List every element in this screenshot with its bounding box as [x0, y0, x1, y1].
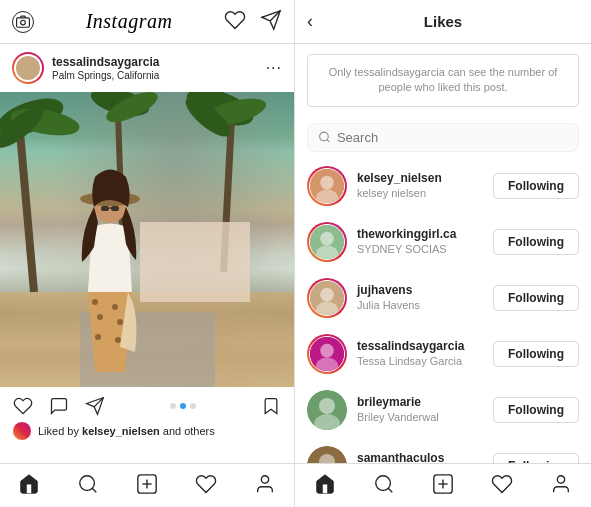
notifications-icon[interactable] — [224, 9, 246, 35]
svg-point-42 — [320, 176, 334, 190]
instagram-post-panel: Instagram tessalindsaygarcia Pal — [0, 0, 295, 507]
like-user-info: samanthaculos sam ✓ — [357, 451, 483, 463]
like-username[interactable]: jujhavens — [357, 283, 483, 299]
likes-list: kelsey_nielsen kelsey nielsen Following … — [295, 158, 591, 463]
nav-activity-button-right[interactable] — [491, 473, 513, 499]
like-avatar[interactable] — [307, 166, 347, 206]
liked-avatar-1 — [12, 421, 32, 441]
like-display-name: Briley Vanderwal — [357, 410, 483, 424]
like-display-name: Tessa Lindsay Garcia — [357, 354, 483, 368]
like-username[interactable]: theworkinggirl.ca — [357, 227, 483, 243]
svg-rect-0 — [17, 17, 30, 26]
post-username[interactable]: tessalindsaygarcia — [52, 55, 159, 69]
nav-home-button-right[interactable] — [314, 473, 336, 499]
liked-avatars — [12, 421, 32, 441]
back-button[interactable]: ‹ — [307, 11, 313, 32]
svg-point-54 — [319, 398, 335, 414]
nav-add-button[interactable] — [136, 473, 158, 499]
nav-profile-button-right[interactable] — [550, 473, 572, 499]
like-item: brileymarie Briley Vanderwal Following — [295, 382, 591, 438]
svg-point-29 — [95, 334, 101, 340]
following-button[interactable]: Following — [493, 453, 579, 463]
svg-point-30 — [115, 337, 121, 343]
like-username[interactable]: kelsey_nielsen — [357, 171, 483, 187]
like-username[interactable]: tessalindsaygarcia — [357, 339, 483, 355]
following-button[interactable]: Following — [493, 285, 579, 311]
like-display-name: Julia Havens — [357, 298, 483, 312]
privacy-notice: Only tessalindsaygarcia can see the numb… — [307, 54, 579, 107]
post-header: tessalindsaygarcia Palm Springs, Califor… — [0, 44, 294, 92]
instagram-header: Instagram — [0, 0, 294, 44]
instagram-logo: Instagram — [86, 10, 173, 33]
bottom-nav-left — [0, 463, 294, 507]
following-button[interactable]: Following — [493, 173, 579, 199]
likes-text: Liked by kelsey_nielsen and others — [38, 425, 215, 437]
post-user-info: tessalindsaygarcia Palm Springs, Califor… — [12, 52, 159, 84]
likes-panel-header: ‹ Likes — [295, 0, 591, 44]
comment-button[interactable] — [48, 395, 70, 417]
camera-icon[interactable] — [12, 11, 34, 33]
nav-add-button-right[interactable] — [432, 473, 454, 499]
like-item: tessalindsaygarcia Tessa Lindsay Garcia … — [295, 326, 591, 382]
svg-rect-23 — [111, 206, 119, 211]
svg-point-45 — [320, 232, 334, 246]
post-options-button[interactable]: ··· — [266, 59, 282, 77]
like-item: jujhavens Julia Havens Following — [295, 270, 591, 326]
search-bar[interactable] — [307, 123, 579, 152]
svg-point-25 — [92, 299, 98, 305]
svg-point-27 — [97, 314, 103, 320]
like-item: theworkinggirl.ca SYDNEY SOCIAS Followin… — [295, 214, 591, 270]
like-avatar[interactable] — [307, 334, 347, 374]
like-item: samanthaculos sam ✓ Following — [295, 438, 591, 463]
nav-home-button[interactable] — [18, 473, 40, 499]
following-button[interactable]: Following — [493, 229, 579, 255]
like-avatar[interactable] — [307, 446, 347, 463]
likes-username[interactable]: kelsey_nielsen — [82, 425, 160, 437]
like-button[interactable] — [12, 395, 34, 417]
bookmark-button[interactable] — [260, 395, 282, 417]
like-user-info: jujhavens Julia Havens — [357, 283, 483, 313]
nav-search-button[interactable] — [77, 473, 99, 499]
nav-search-button-right[interactable] — [373, 473, 395, 499]
post-actions — [0, 387, 294, 421]
svg-point-28 — [117, 319, 123, 325]
svg-line-63 — [388, 488, 392, 492]
like-avatar[interactable] — [307, 278, 347, 318]
svg-point-67 — [558, 475, 565, 482]
svg-rect-18 — [140, 222, 250, 302]
post-image — [0, 92, 294, 387]
like-username[interactable]: brileymarie — [357, 395, 483, 411]
nav-profile-button[interactable] — [254, 473, 276, 499]
like-user-info: brileymarie Briley Vanderwal — [357, 395, 483, 425]
following-button[interactable]: Following — [493, 397, 579, 423]
svg-point-39 — [320, 132, 329, 141]
share-button[interactable] — [84, 395, 106, 417]
likes-section: Liked by kelsey_nielsen and others — [0, 421, 294, 445]
svg-point-38 — [261, 475, 268, 482]
svg-point-48 — [320, 288, 334, 302]
like-avatar[interactable] — [307, 390, 347, 430]
dot-3 — [190, 403, 196, 409]
post-user-details: tessalindsaygarcia Palm Springs, Califor… — [52, 55, 159, 80]
svg-point-33 — [80, 475, 95, 490]
like-display-name: kelsey nielsen — [357, 186, 483, 200]
like-username[interactable]: samanthaculos — [357, 451, 483, 463]
like-item: kelsey_nielsen kelsey nielsen Following — [295, 158, 591, 214]
like-display-name: SYDNEY SOCIAS — [357, 242, 483, 256]
header-icons — [224, 9, 282, 35]
like-avatar[interactable] — [307, 222, 347, 262]
post-actions-left — [12, 395, 106, 417]
direct-messages-icon[interactable] — [260, 9, 282, 35]
svg-rect-22 — [101, 206, 109, 211]
svg-point-62 — [376, 475, 391, 490]
post-user-avatar[interactable] — [12, 52, 44, 84]
svg-line-40 — [327, 140, 329, 142]
following-button[interactable]: Following — [493, 341, 579, 367]
dot-2 — [180, 403, 186, 409]
likes-panel: ‹ Likes Only tessalindsaygarcia can see … — [295, 0, 591, 507]
nav-activity-button[interactable] — [195, 473, 217, 499]
like-user-info: theworkinggirl.ca SYDNEY SOCIAS — [357, 227, 483, 257]
search-icon — [318, 130, 331, 144]
post-location: Palm Springs, California — [52, 70, 159, 81]
search-input[interactable] — [337, 130, 568, 145]
